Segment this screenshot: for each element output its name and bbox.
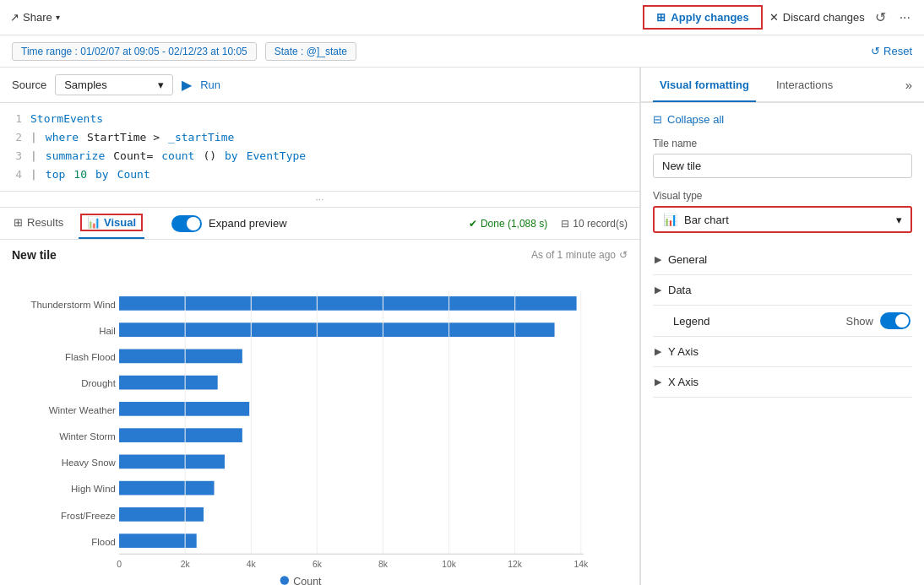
apply-changes-label: Apply changes <box>671 11 748 24</box>
code-line-3: 3 | summarize Count= count () by EventTy… <box>8 147 631 165</box>
x-axis-accordion-header[interactable]: ▶ X Axis <box>653 367 912 397</box>
tab-bar: ⊞ Results 📊 Visual Expand preview ✔ Done… <box>0 208 639 240</box>
code-line-2: 2 | where StartTime > _startTime <box>8 128 631 147</box>
table-icon: ⊞ <box>14 216 23 229</box>
legend-toggle[interactable] <box>880 312 910 329</box>
expand-panel-icon[interactable]: » <box>905 78 912 92</box>
reset-label: Reset <box>883 45 912 57</box>
code-line-1-text: StormEvents <box>30 110 103 128</box>
svg-rect-15 <box>119 481 214 496</box>
run-button[interactable]: Run <box>200 79 220 91</box>
share-label: Share <box>23 11 52 24</box>
refresh-chart-icon[interactable]: ↺ <box>619 249 628 261</box>
state-label: State : <box>274 46 304 57</box>
svg-text:Heavy Snow: Heavy Snow <box>62 458 117 468</box>
share-icon: ↗ <box>10 11 19 24</box>
tab-visual-formatting[interactable]: Visual formatting <box>653 68 756 102</box>
chevron-right-icon-y: ▶ <box>655 346 661 357</box>
tab-visual-label: Visual <box>104 216 136 229</box>
general-accordion-header[interactable]: ▶ General <box>653 245 912 274</box>
svg-rect-17 <box>119 507 204 522</box>
svg-rect-5 <box>119 349 242 364</box>
data-accordion-header[interactable]: ▶ Data <box>653 275 912 305</box>
svg-text:14k: 14k <box>573 560 589 569</box>
chart-title: New tile <box>12 248 57 262</box>
discard-changes-button[interactable]: ✕ Discard changes <box>769 11 865 24</box>
tab-visual[interactable]: 📊 Visual <box>79 208 144 239</box>
visual-formatting-label: Visual formatting <box>660 79 749 91</box>
tab-results[interactable]: ⊞ Results <box>12 208 65 239</box>
reset-button[interactable]: ↺ Reset <box>871 45 912 57</box>
tile-name-section: Tile name <box>653 138 912 178</box>
main-layout: Source Samples ▾ ▶ Run 1 StormEvents 2 |… <box>0 68 924 585</box>
svg-text:10k: 10k <box>442 560 457 569</box>
play-icon[interactable]: ▶ <box>182 77 192 93</box>
tile-name-input[interactable] <box>653 154 912 178</box>
tab-interactions[interactable]: Interactions <box>769 68 840 102</box>
visual-type-dropdown[interactable]: 📊 Bar chart ▾ <box>653 206 912 233</box>
line-number: 3 <box>8 147 22 165</box>
data-accordion: ▶ Data <box>653 275 912 306</box>
chevron-right-icon-data: ▶ <box>655 284 661 295</box>
time-range-label: Time range : 01/02/07 at 09:05 - 02/12/2… <box>21 46 247 57</box>
svg-rect-11 <box>119 428 242 442</box>
svg-text:Count: Count <box>293 576 322 585</box>
legend-section-label: Legend <box>655 315 709 328</box>
tab-results-label: Results <box>27 216 63 229</box>
top-toolbar: ↗ Share ▾ ⊞ Apply changes ✕ Discard chan… <box>0 0 924 35</box>
discard-changes-label: Discard changes <box>783 11 865 24</box>
expand-preview-toggle[interactable] <box>171 215 202 232</box>
chevron-right-icon: ▶ <box>655 254 661 265</box>
chart-timestamp: As of 1 minute ago ↺ <box>531 249 628 261</box>
y-axis-label: Y Axis <box>668 345 698 358</box>
apply-changes-button[interactable]: ⊞ Apply changes <box>643 5 762 30</box>
share-button[interactable]: ↗ Share ▾ <box>10 11 60 24</box>
records-label: 10 record(s) <box>573 218 628 230</box>
svg-text:Drought: Drought <box>81 378 117 388</box>
svg-text:Flood: Flood <box>91 537 116 547</box>
svg-text:4k: 4k <box>247 560 257 569</box>
left-panel: Source Samples ▾ ▶ Run 1 StormEvents 2 |… <box>0 68 640 585</box>
source-selected-value: Samples <box>64 79 107 91</box>
bar-chart-small-icon: 📊 <box>87 216 101 229</box>
svg-text:Flash Flood: Flash Flood <box>65 352 116 362</box>
state-value-text: @]_state <box>307 46 347 57</box>
refresh-button[interactable]: ↺ <box>872 6 889 29</box>
svg-text:Thunderstorm Wind: Thunderstorm Wind <box>30 300 115 310</box>
svg-rect-7 <box>119 376 218 390</box>
y-axis-accordion: ▶ Y Axis <box>653 337 912 367</box>
general-accordion: ▶ General <box>653 245 912 275</box>
time-range-badge: Time range : 01/02/07 at 09:05 - 02/12/2… <box>12 42 257 61</box>
svg-text:Winter Weather: Winter Weather <box>49 405 116 415</box>
filter-bar: Time range : 01/02/07 at 09:05 - 02/12/2… <box>0 35 924 68</box>
svg-rect-9 <box>119 402 249 416</box>
run-label: Run <box>200 79 220 91</box>
done-badge: ✔ Done (1,088 s) <box>469 218 547 230</box>
right-panel-tabs: Visual formatting Interactions » <box>641 68 924 103</box>
more-options-button[interactable]: ··· <box>896 7 914 29</box>
state-badge: State : @]_state <box>265 42 356 61</box>
line-number: 4 <box>8 165 22 184</box>
visual-type-left: 📊 Bar chart <box>663 213 729 226</box>
source-row: Source Samples ▾ ▶ Run <box>0 68 639 103</box>
line-number: 2 <box>8 128 22 147</box>
source-label: Source <box>12 79 46 91</box>
records-badge: ⊟ 10 record(s) <box>561 218 628 230</box>
visual-type-section: Visual type 📊 Bar chart ▾ <box>653 190 912 233</box>
x-axis-accordion: ▶ X Axis <box>653 367 912 398</box>
source-select[interactable]: Samples ▾ <box>55 74 173 95</box>
collapse-all-button[interactable]: ⊟ Collapse all <box>653 113 724 126</box>
visual-type-field-label: Visual type <box>653 190 912 202</box>
collapse-all-label: Collapse all <box>667 113 724 126</box>
apply-icon: ⊞ <box>656 11 666 24</box>
reset-icon: ↺ <box>871 45 880 57</box>
check-icon: ✔ <box>469 218 477 230</box>
chart-area: New tile As of 1 minute ago ↺ Thundersto… <box>0 240 639 585</box>
tile-name-field-label: Tile name <box>653 138 912 149</box>
dropdown-chevron-icon: ▾ <box>158 79 164 91</box>
expand-preview-label: Expand preview <box>209 217 287 230</box>
bar-chart-svg: Thunderstorm Wind Hail Flash Flood Droug… <box>12 268 628 585</box>
line-number: 1 <box>8 110 22 128</box>
y-axis-accordion-header[interactable]: ▶ Y Axis <box>653 337 912 366</box>
done-label: Done (1,088 s) <box>481 218 547 230</box>
